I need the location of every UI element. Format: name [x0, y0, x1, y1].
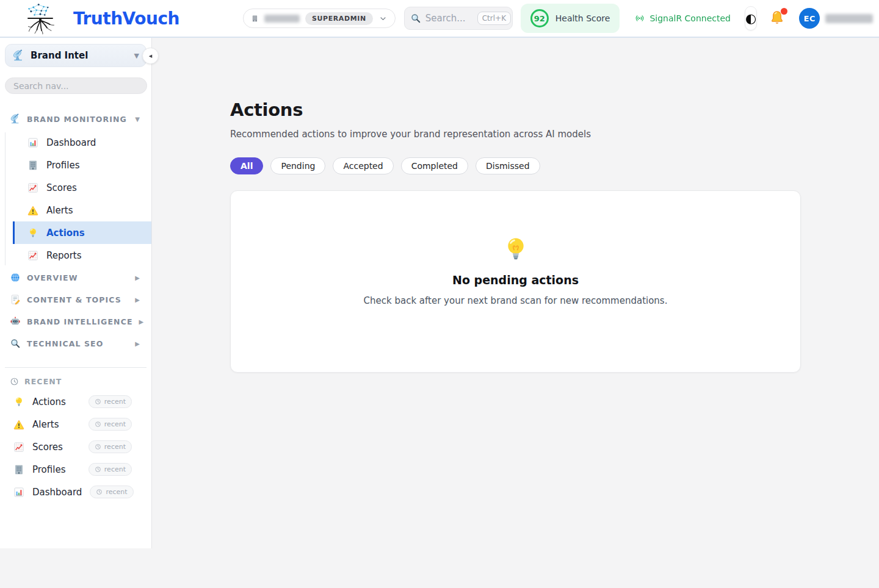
recent-badge-label: recent	[104, 420, 126, 428]
warning-icon	[13, 419, 24, 430]
sidebar-item-label: Profiles	[46, 160, 79, 171]
sidebar-item-reports[interactable]: Reports	[13, 244, 151, 267]
recent-badge: recent	[89, 395, 132, 408]
filter-all[interactable]: All	[230, 157, 263, 174]
filter-accepted[interactable]: Accepted	[333, 157, 393, 174]
warning-icon	[27, 205, 38, 216]
workspace-label: Brand Intel	[31, 50, 128, 61]
main-content: Actions Recommended actions to improve y…	[152, 38, 879, 373]
recent-item-label: Scores	[32, 442, 81, 453]
filter-completed[interactable]: Completed	[401, 157, 468, 174]
sidebar-item-actions[interactable]: Actions	[13, 221, 151, 244]
user-menu[interactable]: EC ▼	[799, 8, 879, 29]
brand-title: TruthVouch	[73, 9, 179, 29]
truthvouch-logo[interactable]: TruthVouch	[11, 1, 179, 35]
section-header-technical-seo[interactable]: TECHNICAL SEO ▶	[0, 332, 151, 354]
theme-toggle-button[interactable]: ◐	[745, 6, 757, 30]
section-header-brand-intelligence[interactable]: BRAND INTELLIGENCE ▶	[0, 310, 151, 332]
health-score-value: 92	[530, 9, 549, 27]
recent-badge: recent	[90, 486, 133, 498]
caret-right-icon: ▶	[139, 318, 146, 325]
section-header-overview[interactable]: OVERVIEW ▶	[0, 267, 151, 289]
recent-item-label: Profiles	[32, 464, 81, 475]
sidebar-item-dashboard[interactable]: Dashboard	[13, 131, 151, 154]
chevron-down-icon	[378, 14, 388, 23]
section-header-content-topics[interactable]: CONTENT & TOPICS ▶	[0, 289, 151, 310]
brand-monitoring-items: Dashboard Profiles Scores Alerts Actions…	[0, 131, 151, 267]
recent-badge-label: recent	[104, 398, 126, 406]
recent-item-profiles[interactable]: Profiles recent	[0, 458, 151, 481]
caret-right-icon: ▶	[135, 296, 142, 303]
signalr-label: SignalR Connected	[649, 13, 731, 23]
page-title: Actions	[230, 99, 801, 120]
top-bar: TruthVouch SUPERADMIN Ctrl+K 92 Health S…	[0, 0, 879, 38]
caret-right-icon: ▶	[135, 340, 142, 347]
recent-item-alerts[interactable]: Alerts recent	[0, 413, 151, 436]
recent-item-label: Dashboard	[32, 487, 82, 498]
building-icon	[27, 160, 38, 171]
clock-icon	[96, 489, 103, 495]
sidebar-item-profiles[interactable]: Profiles	[13, 154, 151, 176]
chart-line-icon	[27, 250, 38, 261]
global-search-input[interactable]	[425, 13, 473, 24]
satellite-icon	[12, 49, 24, 62]
recent-item-dashboard[interactable]: Dashboard recent	[0, 481, 151, 503]
empty-state-message: Check back after your next brand scan fo…	[364, 295, 668, 306]
health-score-label: Health Score	[555, 13, 610, 23]
sidebar-collapse-button[interactable]: ◂	[142, 48, 159, 64]
caret-right-icon: ▶	[135, 274, 142, 281]
user-name-redacted	[825, 14, 873, 23]
contrast-icon: ◐	[745, 11, 756, 26]
search-shortcut-badge: Ctrl+K	[477, 12, 511, 25]
clock-icon	[95, 466, 101, 473]
org-name-redacted	[264, 15, 300, 23]
caret-left-icon: ◂	[149, 52, 153, 60]
memo-icon	[10, 294, 21, 305]
filter-dismissed[interactable]: Dismissed	[476, 157, 540, 174]
sidebar-item-scores[interactable]: Scores	[13, 176, 151, 199]
bulb-icon	[27, 228, 38, 238]
notification-dot	[781, 8, 787, 15]
chart-line-icon	[13, 442, 24, 453]
global-search[interactable]: Ctrl+K	[404, 7, 513, 30]
section-brand-monitoring: BRAND MONITORING ▼ Dashboard Profiles Sc…	[0, 108, 151, 267]
recent-item-scores[interactable]: Scores recent	[0, 436, 151, 458]
magnifier-icon	[10, 338, 21, 349]
recent-label: RECENT	[24, 377, 62, 386]
sidebar-item-label: Actions	[46, 228, 85, 238]
workspace-switcher[interactable]: Brand Intel ▼	[5, 44, 146, 67]
building-icon	[251, 15, 259, 23]
section-header-brand-monitoring[interactable]: BRAND MONITORING ▼	[0, 108, 151, 130]
recent-badge: recent	[89, 440, 132, 453]
building-icon	[13, 464, 24, 475]
globe-icon	[10, 272, 21, 283]
nav-search-input[interactable]	[5, 77, 147, 94]
sidebar-item-alerts[interactable]: Alerts	[13, 199, 151, 221]
page-subtitle: Recommended actions to improve your bran…	[230, 129, 801, 140]
clock-icon	[10, 377, 19, 386]
recent-badge: recent	[89, 463, 132, 476]
sidebar-item-label: Reports	[46, 250, 82, 261]
section-label: BRAND INTELLIGENCE	[27, 317, 133, 326]
chart-line-icon	[27, 182, 38, 193]
section-label: TECHNICAL SEO	[27, 339, 129, 348]
health-score-badge: 92 Health Score	[521, 4, 620, 33]
caret-down-icon: ▼	[134, 52, 139, 60]
tree-network-icon	[11, 1, 70, 35]
notifications-button[interactable]	[769, 9, 785, 27]
bulb-icon	[13, 396, 24, 407]
filter-pending[interactable]: Pending	[270, 157, 325, 174]
robot-icon	[10, 316, 21, 327]
recent-item-actions[interactable]: Actions recent	[0, 390, 151, 413]
sidebar-item-label: Scores	[46, 182, 77, 193]
org-selector[interactable]: SUPERADMIN	[243, 9, 396, 28]
sidebar: Brand Intel ▼ ◂ BRAND MONITORING ▼ Dashb…	[0, 38, 152, 548]
section-label: OVERVIEW	[27, 273, 129, 282]
sidebar-item-label: Alerts	[46, 205, 73, 216]
actions-empty-card: No pending actions Check back after your…	[230, 190, 801, 373]
section-label: CONTENT & TOPICS	[27, 295, 129, 304]
signal-icon	[635, 13, 645, 23]
recent-badge: recent	[89, 418, 132, 431]
recent-section-header: RECENT	[0, 368, 151, 390]
signalr-status: SignalR Connected	[635, 13, 731, 23]
